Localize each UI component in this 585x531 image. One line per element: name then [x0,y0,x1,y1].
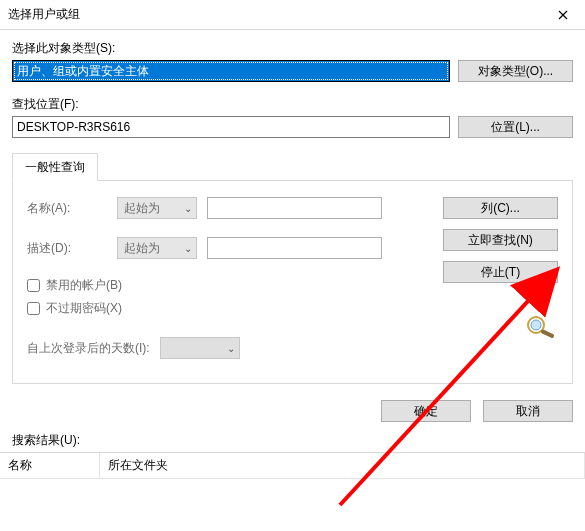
window-title: 选择用户或组 [8,6,80,23]
find-now-button[interactable]: 立即查找(N) [443,229,558,251]
object-types-button[interactable]: 对象类型(O)... [458,60,573,82]
stop-button[interactable]: 停止(T) [443,261,558,283]
days-combo[interactable]: ⌄ [160,337,240,359]
ok-button[interactable]: 确定 [381,400,471,422]
column-folder[interactable]: 所在文件夹 [100,453,585,479]
locations-button[interactable]: 位置(L)... [458,116,573,138]
dialog-buttons: 确定 取消 [0,384,585,432]
disabled-accounts-row: 禁用的帐户(B) [27,277,425,294]
never-expire-row: 不过期密码(X) [27,300,425,317]
days-since-logon-label: 自上次登录后的天数(I): [27,340,150,357]
days-since-logon-row: 自上次登录后的天数(I): ⌄ [27,337,425,359]
svg-point-1 [531,320,541,330]
name-mode-combo[interactable]: 起始为 ⌄ [117,197,197,219]
chevron-down-icon: ⌄ [184,203,192,214]
object-type-row: 选择此对象类型(S): 用户、组或内置安全主体 对象类型(O)... [12,40,573,82]
location-label: 查找位置(F): [12,96,450,113]
chevron-down-icon: ⌄ [227,343,235,354]
cancel-button[interactable]: 取消 [483,400,573,422]
location-row: 查找位置(F): 位置(L)... [12,96,573,138]
description-input[interactable] [207,237,382,259]
name-label: 名称(A): [27,200,107,217]
location-field[interactable] [12,116,450,138]
name-input[interactable] [207,197,382,219]
dialog-content: 选择此对象类型(S): 用户、组或内置安全主体 对象类型(O)... 查找位置(… [0,30,585,384]
description-label: 描述(D): [27,240,107,257]
name-row: 名称(A): 起始为 ⌄ [27,197,425,219]
column-name[interactable]: 名称 [0,453,100,479]
results-label: 搜索结果(U): [0,432,585,452]
tab-general-query[interactable]: 一般性查询 [12,153,98,181]
right-button-column: 列(C)... 立即查找(N) 停止(T) [443,197,558,359]
object-type-value: 用户、组或内置安全主体 [17,63,149,80]
chevron-down-icon: ⌄ [184,243,192,254]
query-form: 名称(A): 起始为 ⌄ 描述(D): 起始为 ⌄ 禁用的帐户(B) [27,197,425,359]
object-type-field[interactable]: 用户、组或内置安全主体 [12,60,450,82]
search-icon[interactable] [524,313,558,342]
close-button[interactable] [540,0,585,30]
title-bar: 选择用户或组 [0,0,585,30]
disabled-accounts-checkbox[interactable] [27,279,40,292]
columns-button[interactable]: 列(C)... [443,197,558,219]
general-query-panel: 名称(A): 起始为 ⌄ 描述(D): 起始为 ⌄ 禁用的帐户(B) [12,181,573,384]
disabled-accounts-label: 禁用的帐户(B) [46,277,122,294]
description-mode-combo[interactable]: 起始为 ⌄ [117,237,197,259]
object-type-label: 选择此对象类型(S): [12,40,450,57]
close-icon [558,10,568,20]
never-expire-label: 不过期密码(X) [46,300,122,317]
results-header: 名称 所在文件夹 [0,452,585,479]
tab-strip: 一般性查询 [12,152,573,181]
description-row: 描述(D): 起始为 ⌄ [27,237,425,259]
never-expire-checkbox[interactable] [27,302,40,315]
svg-rect-2 [540,329,554,339]
